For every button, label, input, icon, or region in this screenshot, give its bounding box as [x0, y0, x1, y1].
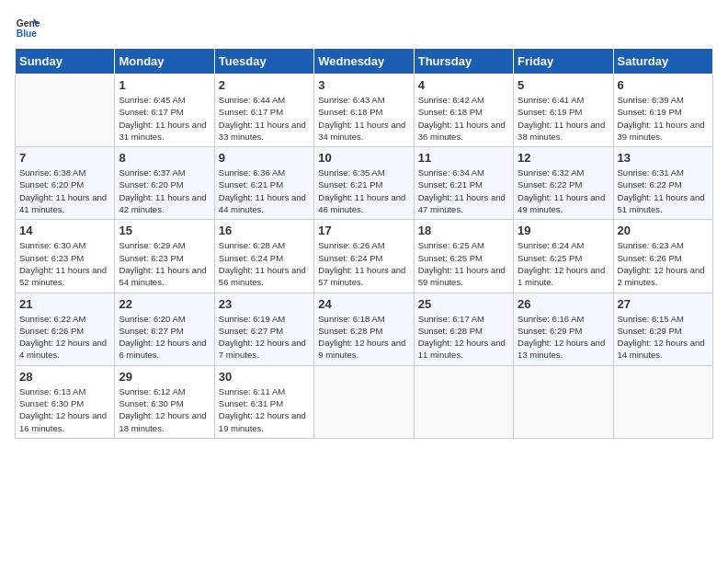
day-number: 19	[518, 224, 609, 237]
calendar-week-row: 7Sunrise: 6:38 AMSunset: 6:20 PMDaylight…	[16, 147, 713, 220]
day-number: 7	[19, 151, 110, 165]
day-number: 20	[618, 224, 709, 237]
day-number: 8	[119, 151, 210, 165]
day-number: 2	[219, 78, 310, 92]
calendar-cell: 30Sunrise: 6:11 AMSunset: 6:31 PMDayligh…	[214, 365, 313, 438]
day-number: 9	[219, 151, 310, 165]
day-number: 29	[119, 370, 210, 384]
day-info: Sunrise: 6:34 AMSunset: 6:21 PMDaylight:…	[418, 167, 509, 215]
header-tuesday: Tuesday	[214, 49, 313, 75]
calendar-cell: 28Sunrise: 6:13 AMSunset: 6:30 PMDayligh…	[16, 365, 115, 438]
calendar-week-row: 21Sunrise: 6:22 AMSunset: 6:26 PMDayligh…	[16, 293, 713, 365]
day-number: 27	[618, 297, 709, 311]
day-info: Sunrise: 6:41 AMSunset: 6:19 PMDaylight:…	[518, 94, 609, 143]
day-info: Sunrise: 6:29 AMSunset: 6:23 PMDaylight:…	[119, 239, 210, 288]
calendar-cell: 11Sunrise: 6:34 AMSunset: 6:21 PMDayligh…	[414, 147, 513, 220]
svg-text:Blue: Blue	[17, 29, 38, 39]
day-info: Sunrise: 6:32 AMSunset: 6:22 PMDaylight:…	[518, 167, 609, 215]
day-info: Sunrise: 6:42 AMSunset: 6:18 PMDaylight:…	[418, 94, 509, 143]
day-number: 4	[418, 78, 509, 92]
calendar-cell: 21Sunrise: 6:22 AMSunset: 6:26 PMDayligh…	[16, 293, 115, 365]
calendar-cell: 27Sunrise: 6:15 AMSunset: 6:29 PMDayligh…	[613, 293, 712, 365]
day-info: Sunrise: 6:25 AMSunset: 6:25 PMDaylight:…	[418, 239, 509, 288]
calendar-cell: 8Sunrise: 6:37 AMSunset: 6:20 PMDaylight…	[115, 147, 214, 220]
day-number: 26	[518, 297, 609, 311]
calendar-cell: 25Sunrise: 6:17 AMSunset: 6:28 PMDayligh…	[414, 293, 513, 365]
day-info: Sunrise: 6:17 AMSunset: 6:28 PMDaylight:…	[418, 313, 509, 362]
day-number: 30	[219, 370, 310, 384]
header-monday: Monday	[115, 49, 214, 75]
calendar-cell: 23Sunrise: 6:19 AMSunset: 6:27 PMDayligh…	[214, 293, 313, 365]
header-sunday: Sunday	[16, 49, 115, 75]
day-number: 15	[119, 224, 210, 237]
header-friday: Friday	[514, 49, 613, 75]
calendar-week-row: 1Sunrise: 6:45 AMSunset: 6:17 PMDaylight…	[16, 75, 713, 147]
day-info: Sunrise: 6:39 AMSunset: 6:19 PMDaylight:…	[618, 94, 709, 143]
day-number: 17	[318, 224, 409, 237]
day-number: 25	[418, 297, 509, 311]
calendar-cell: 16Sunrise: 6:28 AMSunset: 6:24 PMDayligh…	[214, 220, 313, 293]
day-info: Sunrise: 6:38 AMSunset: 6:20 PMDaylight:…	[19, 167, 110, 215]
header-thursday: Thursday	[414, 49, 513, 75]
day-number: 12	[518, 151, 609, 165]
day-number: 6	[618, 78, 709, 92]
calendar-cell: 1Sunrise: 6:45 AMSunset: 6:17 PMDaylight…	[115, 75, 214, 147]
day-info: Sunrise: 6:35 AMSunset: 6:21 PMDaylight:…	[318, 167, 409, 215]
day-info: Sunrise: 6:20 AMSunset: 6:27 PMDaylight:…	[119, 313, 210, 362]
calendar-cell	[16, 75, 115, 147]
day-info: Sunrise: 6:30 AMSunset: 6:23 PMDaylight:…	[19, 239, 110, 288]
calendar-cell: 20Sunrise: 6:23 AMSunset: 6:26 PMDayligh…	[613, 220, 712, 293]
day-info: Sunrise: 6:26 AMSunset: 6:24 PMDaylight:…	[318, 239, 409, 288]
day-info: Sunrise: 6:13 AMSunset: 6:30 PMDaylight:…	[19, 385, 110, 434]
day-info: Sunrise: 6:22 AMSunset: 6:26 PMDaylight:…	[19, 313, 110, 362]
logo: General Blue	[15, 15, 44, 40]
day-info: Sunrise: 6:28 AMSunset: 6:24 PMDaylight:…	[219, 239, 310, 288]
day-number: 13	[618, 151, 709, 165]
day-info: Sunrise: 6:19 AMSunset: 6:27 PMDaylight:…	[219, 313, 310, 362]
calendar-header-row: SundayMondayTuesdayWednesdayThursdayFrid…	[16, 49, 713, 75]
calendar-table: SundayMondayTuesdayWednesdayThursdayFrid…	[15, 48, 713, 439]
day-number: 21	[19, 297, 110, 311]
day-number: 11	[418, 151, 509, 165]
day-info: Sunrise: 6:11 AMSunset: 6:31 PMDaylight:…	[219, 385, 310, 434]
calendar-cell: 24Sunrise: 6:18 AMSunset: 6:28 PMDayligh…	[314, 293, 414, 365]
calendar-cell: 17Sunrise: 6:26 AMSunset: 6:24 PMDayligh…	[314, 220, 414, 293]
calendar-cell: 2Sunrise: 6:44 AMSunset: 6:17 PMDaylight…	[214, 75, 313, 147]
calendar-cell: 7Sunrise: 6:38 AMSunset: 6:20 PMDaylight…	[16, 147, 115, 220]
calendar-cell	[414, 365, 513, 438]
calendar-cell: 19Sunrise: 6:24 AMSunset: 6:25 PMDayligh…	[514, 220, 613, 293]
day-info: Sunrise: 6:31 AMSunset: 6:22 PMDaylight:…	[618, 167, 709, 215]
day-number: 5	[518, 78, 609, 92]
day-number: 22	[119, 297, 210, 311]
calendar-cell: 10Sunrise: 6:35 AMSunset: 6:21 PMDayligh…	[314, 147, 414, 220]
day-number: 16	[219, 224, 310, 237]
day-info: Sunrise: 6:45 AMSunset: 6:17 PMDaylight:…	[119, 94, 210, 143]
calendar-cell: 22Sunrise: 6:20 AMSunset: 6:27 PMDayligh…	[115, 293, 214, 365]
header-saturday: Saturday	[613, 49, 712, 75]
logo-icon: General Blue	[15, 15, 40, 40]
day-number: 3	[318, 78, 409, 92]
day-info: Sunrise: 6:37 AMSunset: 6:20 PMDaylight:…	[119, 167, 210, 215]
day-number: 23	[219, 297, 310, 311]
calendar-cell: 29Sunrise: 6:12 AMSunset: 6:30 PMDayligh…	[115, 365, 214, 438]
day-info: Sunrise: 6:12 AMSunset: 6:30 PMDaylight:…	[119, 385, 210, 434]
day-number: 24	[318, 297, 409, 311]
day-info: Sunrise: 6:36 AMSunset: 6:21 PMDaylight:…	[219, 167, 310, 215]
day-info: Sunrise: 6:15 AMSunset: 6:29 PMDaylight:…	[618, 313, 709, 362]
calendar-cell	[514, 365, 613, 438]
day-number: 14	[19, 224, 110, 237]
day-info: Sunrise: 6:18 AMSunset: 6:28 PMDaylight:…	[318, 313, 409, 362]
day-number: 1	[119, 78, 210, 92]
calendar-cell: 12Sunrise: 6:32 AMSunset: 6:22 PMDayligh…	[514, 147, 613, 220]
header-wednesday: Wednesday	[314, 49, 414, 75]
day-number: 18	[418, 224, 509, 237]
calendar-cell	[314, 365, 414, 438]
day-info: Sunrise: 6:24 AMSunset: 6:25 PMDaylight:…	[518, 239, 609, 288]
day-number: 28	[19, 370, 110, 384]
calendar-cell: 15Sunrise: 6:29 AMSunset: 6:23 PMDayligh…	[115, 220, 214, 293]
calendar-week-row: 28Sunrise: 6:13 AMSunset: 6:30 PMDayligh…	[16, 365, 713, 438]
calendar-cell	[613, 365, 712, 438]
day-info: Sunrise: 6:16 AMSunset: 6:29 PMDaylight:…	[518, 313, 609, 362]
calendar-cell: 5Sunrise: 6:41 AMSunset: 6:19 PMDaylight…	[514, 75, 613, 147]
calendar-cell: 9Sunrise: 6:36 AMSunset: 6:21 PMDaylight…	[214, 147, 313, 220]
